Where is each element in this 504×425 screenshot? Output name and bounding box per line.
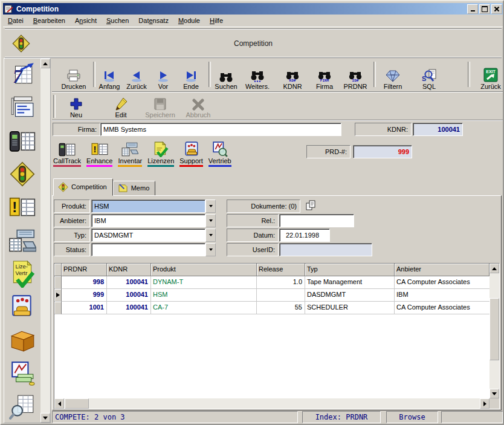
dropdown-button[interactable]	[205, 229, 216, 242]
main-toolbar: Drucken Anfang Zurück Vor Ende	[52, 58, 503, 92]
arrow-left-icon	[58, 401, 61, 406]
tab-competition[interactable]: Competition	[53, 178, 113, 196]
nav-first-button[interactable]: Anfang	[96, 60, 123, 90]
produkt-combobox[interactable]: HSM	[91, 200, 216, 213]
scrollbar-corner	[489, 398, 499, 409]
support-card-icon	[184, 141, 199, 157]
row-selector[interactable]	[54, 302, 62, 314]
maximize-button[interactable]	[479, 4, 490, 14]
dropdown-button[interactable]	[205, 200, 216, 213]
edit-button[interactable]: Edit	[108, 95, 134, 118]
menu-datensatz[interactable]: Datensatz	[134, 15, 173, 26]
enhance-icon: !	[9, 195, 36, 220]
tab-memo[interactable]: Memo	[113, 181, 156, 196]
status-combobox[interactable]	[91, 243, 216, 256]
grid-vertical-scrollbar[interactable]	[489, 264, 499, 398]
column-header[interactable]: Release	[257, 264, 305, 276]
anbieter-combobox[interactable]: IBM	[91, 214, 216, 227]
scroll-left-button[interactable]	[54, 398, 64, 409]
sidebar-scroll-down-button[interactable]	[40, 413, 50, 423]
datum-input[interactable]: 22.01.1998	[279, 229, 330, 242]
exit-button[interactable]: EXIT Zurück	[476, 60, 503, 90]
datum-label: Datum:	[227, 229, 279, 242]
scroll-down-button[interactable]	[489, 389, 499, 398]
column-header[interactable]: Anbieter	[395, 264, 489, 276]
sidebar-item-calltrack[interactable]	[8, 128, 37, 154]
column-header[interactable]: Typ	[305, 264, 395, 276]
typ-combobox[interactable]: DASDMGMT	[91, 229, 216, 242]
sidebar-item-enhance[interactable]: !	[8, 194, 37, 221]
module-tab-lizenzen[interactable]: Lizenzen	[147, 141, 174, 167]
save-button[interactable]: Speichern	[143, 95, 178, 118]
dropdown-button[interactable]	[205, 214, 216, 227]
sidebar-item-lizenz-vertraege[interactable]: Lize-Vertr	[8, 261, 37, 287]
search-kdnr-button[interactable]: KD# KDNR	[277, 60, 308, 90]
module-tab-underline	[86, 165, 112, 167]
new-button[interactable]: Neu	[63, 95, 89, 118]
menu-ansicht[interactable]: Ansicht	[70, 15, 102, 26]
sidebar-scroll-up-button[interactable]	[40, 59, 50, 68]
module-tab-enhance[interactable]: ! Enhance	[86, 141, 112, 167]
nav-next-button[interactable]: Vor	[151, 60, 175, 90]
grid-horizontal-scrollbar[interactable]	[54, 398, 489, 409]
sidebar-item-competition[interactable]	[8, 161, 37, 187]
search-prdnr-button[interactable]: ID# PRDNR	[340, 60, 371, 90]
row-selector[interactable]	[54, 276, 62, 289]
cancel-button[interactable]: Abbruch	[183, 95, 214, 118]
menu-bearbeiten[interactable]: Bearbeiten	[28, 15, 70, 26]
competition-traffic-icon	[10, 161, 35, 187]
sidebar-item-vertrieb[interactable]	[8, 360, 37, 387]
search-button[interactable]: Suchen	[212, 60, 241, 90]
sql-button[interactable]: S SQL	[416, 60, 442, 90]
column-header[interactable]: KDNR	[107, 264, 151, 276]
app-icon	[4, 5, 14, 13]
sidebar-item-box[interactable]	[8, 327, 37, 354]
phone-grid-icon	[59, 141, 76, 157]
minimize-icon	[471, 10, 475, 11]
nav-last-button[interactable]: Ende	[178, 60, 204, 90]
scroll-up-button[interactable]	[489, 264, 499, 273]
table-row[interactable]: 998 100041 DYNAM-T 1.0 Tape Management C…	[54, 276, 489, 289]
rel-input[interactable]	[279, 214, 354, 227]
documents-copy-icon[interactable]	[305, 200, 317, 210]
binoculars-icon	[219, 73, 233, 82]
sidebar-item-support[interactable]	[8, 294, 37, 320]
sidebar-item-report[interactable]: 7	[8, 61, 37, 88]
main-content: Drucken Anfang Zurück Vor Ende	[52, 58, 503, 411]
table-row-current[interactable]: 999 100041 HSM DASDMGMT IBM	[54, 289, 489, 302]
print-button[interactable]: Drucken	[57, 60, 91, 90]
typ-label: Typ:	[54, 229, 90, 242]
sidebar-scrollbar[interactable]	[40, 59, 50, 423]
competition-panel: Produkt: HSM Anbieter: IBM Typ: DASDMGMT…	[52, 195, 502, 410]
dropdown-button[interactable]	[205, 243, 216, 256]
status-bar: COMPETE: 2 von 3 Index: PRDNR Browse	[52, 411, 503, 423]
column-header[interactable]: PRDNR	[62, 264, 107, 276]
module-tab-calltrack[interactable]: CallTrack	[53, 141, 81, 167]
menu-module[interactable]: Module	[173, 15, 205, 26]
vertical-scroll-thumb[interactable]	[489, 298, 499, 360]
module-tab-vertrieb[interactable]: Vertrieb	[208, 141, 231, 167]
dokumente-label: Dokumente: (0)	[227, 200, 300, 213]
nav-last-icon	[184, 71, 198, 82]
module-tab-inventar[interactable]: Inventar	[118, 141, 142, 167]
horizontal-scroll-thumb[interactable]	[65, 398, 89, 409]
menu-datei[interactable]: Datei	[3, 15, 28, 26]
sidebar-item-search[interactable]	[8, 394, 37, 420]
firma-input[interactable]: MMB Systems	[100, 123, 341, 136]
minimize-button[interactable]	[467, 4, 478, 14]
row-selector[interactable]	[54, 289, 62, 302]
search-more-button[interactable]: Weiters.	[242, 60, 273, 90]
close-button[interactable]	[491, 4, 502, 14]
module-tab-support[interactable]: Support	[179, 141, 203, 167]
sidebar-item-form[interactable]	[8, 94, 37, 121]
menu-suchen[interactable]: Suchen	[102, 15, 134, 26]
search-firma-button[interactable]: FIRM Firma	[311, 60, 338, 90]
column-header[interactable]: Produkt	[151, 264, 257, 276]
table-row[interactable]: 1001 100041 CA-7 55 SCHEDULER CA Compute…	[54, 302, 489, 314]
filter-button[interactable]: Filtern	[377, 60, 409, 90]
grid-header-row: PRDNR KDNR Produkt Release Typ Anbieter	[54, 264, 489, 276]
scroll-right-button[interactable]	[480, 398, 489, 409]
sidebar-item-inventar[interactable]	[8, 227, 37, 254]
menu-hilfe[interactable]: Hilfe	[205, 15, 228, 26]
nav-prev-button[interactable]: Zurück	[123, 60, 150, 90]
